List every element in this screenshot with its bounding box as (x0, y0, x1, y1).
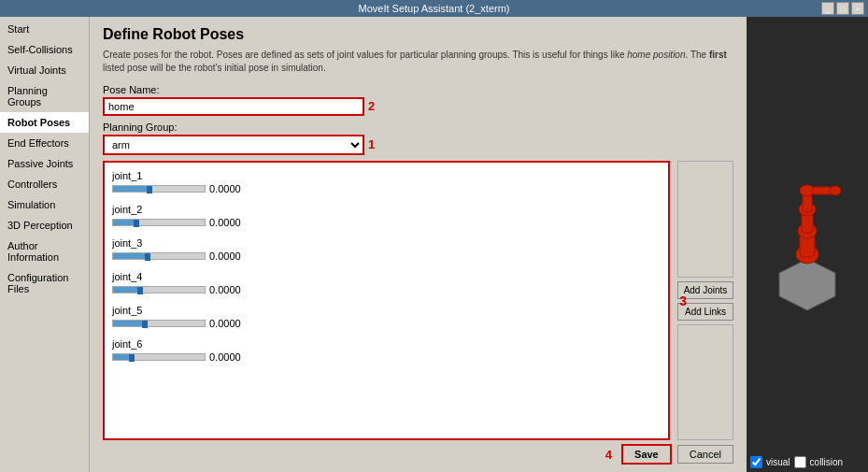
pose-name-label: Pose Name: (103, 84, 733, 95)
sidebar-item-end-effectors[interactable]: End Effectors (0, 133, 89, 153)
titlebar-controls: _ □ × (821, 2, 864, 15)
pose-name-badge: 2 (368, 99, 375, 113)
joint-slider-track-3[interactable] (112, 252, 206, 260)
joint-row-6: joint_60.0000 (112, 338, 661, 363)
joint-name-5: joint_5 (112, 305, 661, 316)
page-title: Define Robot Poses (103, 26, 733, 43)
main-layout: Start Self-Collisions Virtual Joints Pla… (0, 17, 868, 472)
joint-name-1: joint_1 (112, 170, 661, 181)
visual-checkbox[interactable] (750, 456, 762, 468)
planning-group-section: Planning Group: arm 1 (103, 122, 733, 155)
joint-row-4: joint_40.0000 (112, 271, 661, 295)
description: Create poses for the robot. Poses are de… (103, 49, 733, 75)
save-button[interactable]: Save (621, 444, 672, 465)
planning-group-label: Planning Group: (103, 122, 733, 133)
joint-slider-fill-3 (113, 253, 148, 259)
joint-value-2: 0.0000 (209, 217, 247, 228)
joint-slider-row-3: 0.0000 (112, 250, 661, 262)
lower-area: joint_10.0000joint_20.0000joint_30.0000j… (103, 161, 733, 440)
joint-slider-track-2[interactable] (112, 219, 206, 226)
sidebar-item-controllers[interactable]: Controllers (0, 174, 89, 194)
robot-svg (761, 151, 854, 338)
titlebar: MoveIt Setup Assistant (2_xterm) _ □ × (0, 0, 868, 17)
joint-row-3: joint_30.0000 (112, 237, 661, 262)
pose-name-section: Pose Name: 2 (103, 84, 733, 116)
sidebar-item-passive-joints[interactable]: Passive Joints (0, 153, 89, 174)
joint-row-2: joint_20.0000 (112, 204, 661, 228)
robot-canvas (747, 17, 868, 472)
joint-slider-fill-5 (113, 321, 145, 326)
collision-label: collision (810, 457, 844, 467)
collision-checkbox[interactable] (794, 456, 806, 468)
joints-panel: joint_10.0000joint_20.0000joint_30.0000j… (103, 161, 670, 440)
joint-slider-thumb-5[interactable] (142, 321, 148, 328)
planning-group-select[interactable]: arm (103, 135, 364, 155)
joint-slider-row-1: 0.0000 (112, 183, 661, 194)
visual-label: visual (766, 457, 790, 467)
joint-slider-fill-1 (113, 186, 149, 192)
joint-row-1: joint_10.0000 (112, 170, 661, 194)
sidebar-item-author-information[interactable]: Author Information (0, 236, 89, 267)
joint-value-5: 0.0000 (209, 318, 247, 329)
cancel-button[interactable]: Cancel (677, 445, 733, 464)
joint-name-3: joint_3 (112, 237, 661, 249)
joint-slider-row-5: 0.0000 (112, 318, 661, 329)
robot-panel: visual collision (747, 17, 868, 472)
sidebar-item-simulation[interactable]: Simulation (0, 194, 89, 215)
close-button[interactable]: × (851, 2, 864, 15)
joint-slider-track-5[interactable] (112, 320, 206, 327)
right-list-box-bottom (677, 324, 733, 441)
content: Define Robot Poses Create poses for the … (90, 17, 747, 472)
pose-name-input[interactable] (103, 97, 364, 116)
joint-slider-row-4: 0.0000 (112, 284, 661, 295)
joint-slider-thumb-1[interactable] (147, 186, 152, 193)
joint-slider-thumb-4[interactable] (137, 287, 143, 294)
planning-group-badge: 1 (368, 137, 375, 151)
joint-value-4: 0.0000 (209, 284, 247, 295)
joint-slider-fill-4 (113, 287, 140, 293)
joint-slider-thumb-3[interactable] (145, 253, 150, 261)
svg-point-9 (830, 186, 841, 195)
titlebar-title: MoveIt Setup Assistant (2_xterm) (358, 3, 509, 14)
joint-name-6: joint_6 (112, 338, 661, 350)
badge-4: 4 (605, 448, 612, 462)
sidebar-item-self-collisions[interactable]: Self-Collisions (0, 39, 89, 60)
minimize-button[interactable]: _ (821, 2, 834, 15)
joint-name-2: joint_2 (112, 204, 661, 215)
joint-slider-row-2: 0.0000 (112, 217, 661, 228)
badge-3: 3 (679, 293, 687, 308)
sidebar: Start Self-Collisions Virtual Joints Pla… (0, 17, 90, 472)
joint-slider-track-1[interactable] (112, 185, 206, 193)
joint-slider-row-6: 0.0000 (112, 351, 661, 363)
joint-value-6: 0.0000 (209, 351, 247, 363)
sidebar-item-virtual-joints[interactable]: Virtual Joints (0, 60, 89, 80)
joint-slider-track-6[interactable] (112, 353, 206, 361)
joint-slider-track-4[interactable] (112, 286, 206, 293)
sidebar-item-start[interactable]: Start (0, 19, 89, 39)
visual-controls: visual collision (750, 456, 843, 468)
joint-value-3: 0.0000 (209, 250, 247, 262)
maximize-button[interactable]: □ (836, 2, 849, 15)
sidebar-item-planning-groups[interactable]: Planning Groups (0, 80, 89, 112)
bottom-bar: 4 Save Cancel (103, 440, 733, 465)
sidebar-item-3d-perception[interactable]: 3D Perception (0, 215, 89, 236)
right-list-box-top (677, 161, 733, 278)
joint-row-5: joint_50.0000 (112, 305, 661, 329)
sidebar-item-robot-poses[interactable]: Robot Poses (0, 112, 89, 133)
joint-name-4: joint_4 (112, 271, 661, 282)
sidebar-item-configuration-files[interactable]: Configuration Files (0, 267, 89, 299)
joint-slider-thumb-6[interactable] (129, 354, 135, 362)
svg-marker-0 (779, 259, 835, 310)
joint-value-1: 0.0000 (209, 183, 247, 194)
joint-slider-thumb-2[interactable] (134, 220, 139, 227)
